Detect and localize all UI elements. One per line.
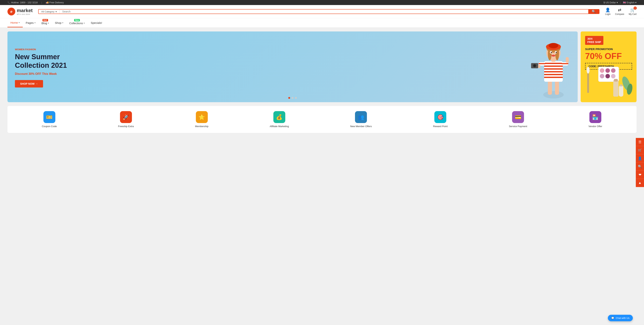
topbar-divider-1: | bbox=[41, 1, 42, 4]
side-banner: 30/4 FREE SHIP SUPER PROMOTION 70% OFF C… bbox=[581, 31, 636, 102]
search-bar: All Category ▾ 🔍 bbox=[38, 9, 600, 14]
nav-item-blog[interactable]: Hot! Blog ▾ bbox=[38, 18, 52, 27]
cart-label: My Cart bbox=[629, 13, 636, 15]
compare-icon: ⇄ bbox=[618, 8, 621, 12]
feature-freeship-extra[interactable]: 🚀 Freeship Extra bbox=[118, 111, 134, 128]
svg-rect-6 bbox=[544, 68, 563, 70]
search-category-dropdown[interactable]: All Category ▾ bbox=[38, 9, 60, 13]
nav-pages-label: Pages bbox=[26, 21, 34, 24]
login-icon: 👤 bbox=[605, 8, 610, 12]
svg-point-34 bbox=[611, 68, 616, 73]
nav-item-collections[interactable]: New Collections ▾ bbox=[66, 18, 88, 27]
currency-chevron: ▾ bbox=[616, 1, 618, 4]
logo[interactable]: e market all in one store bbox=[8, 8, 32, 15]
banner-content: WOMEN FASHION New Summer Collection 2021… bbox=[15, 48, 67, 87]
search-button[interactable]: 🔍 bbox=[588, 9, 599, 13]
super-promo-label: SUPER PROMOTION bbox=[585, 47, 632, 51]
topbar-left: 📞 Hotline: 1800 - 132 3218 | 🚚 Free Deli… bbox=[8, 1, 64, 4]
search-input[interactable] bbox=[60, 9, 588, 13]
svg-rect-5 bbox=[544, 65, 563, 67]
nav-home-label: Home bbox=[10, 21, 18, 24]
banner-dot-1[interactable] bbox=[288, 97, 290, 99]
blog-hot-badge: Hot! bbox=[42, 19, 48, 21]
svg-point-0 bbox=[543, 91, 564, 98]
features-section: 🎫 Coupon Code 🚀 Freeship Extra ⭐ Members… bbox=[8, 106, 636, 133]
feature-membership[interactable]: ⭐ Membership bbox=[195, 111, 208, 128]
hotline-label: Hotline: 1800 - 132 3218 bbox=[11, 1, 38, 4]
nav-pages-chevron: ▾ bbox=[34, 21, 36, 24]
banner-category: WOMEN FASHION bbox=[15, 48, 67, 51]
side-products bbox=[581, 65, 636, 102]
banner-discount: Discount 30% OFF This Week bbox=[15, 72, 67, 76]
vendor-offer-icon: 🏪 bbox=[590, 111, 601, 123]
currency-selector[interactable]: $ US Dollar ▾ bbox=[604, 1, 618, 4]
hotline-info: 📞 Hotline: 1800 - 132 3218 bbox=[8, 1, 38, 4]
banner-dot-2[interactable] bbox=[292, 97, 294, 99]
nav-item-specials[interactable]: Specials! bbox=[88, 19, 105, 27]
cart-button[interactable]: 🛒 0 My Cart bbox=[629, 8, 636, 15]
new-member-offers-label: New Member Offers bbox=[350, 125, 372, 128]
nav-collections-chevron: ▾ bbox=[84, 22, 85, 24]
freeship-extra-label: Freeship Extra bbox=[118, 125, 134, 128]
feature-coupon-code[interactable]: 🎫 Coupon Code bbox=[42, 111, 57, 128]
svg-point-33 bbox=[606, 68, 610, 73]
nav-item-shop[interactable]: Shop ▾ bbox=[52, 19, 66, 27]
language-selector[interactable]: 🇬🇧 English ▾ bbox=[623, 1, 636, 4]
nav-shop-label: Shop bbox=[55, 21, 62, 24]
cosmetics-svg bbox=[584, 65, 634, 100]
svg-rect-15 bbox=[566, 57, 569, 63]
banner-dot-3[interactable] bbox=[295, 97, 297, 99]
banner-dots bbox=[288, 97, 297, 99]
cart-badge: 0 bbox=[634, 6, 637, 10]
topbar-right: $ US Dollar ▾ | 🇬🇧 English ▾ bbox=[604, 1, 636, 4]
freeship-extra-icon: 🚀 bbox=[120, 111, 132, 123]
feature-vendor-offer[interactable]: 🏪 Vendor Offer bbox=[588, 111, 602, 128]
coupon-code-icon: 🎫 bbox=[44, 111, 55, 123]
svg-point-30 bbox=[552, 55, 555, 57]
svg-rect-8 bbox=[544, 74, 563, 75]
login-button[interactable]: 👤 Login bbox=[605, 8, 610, 15]
svg-rect-38 bbox=[587, 70, 589, 93]
logo-text: market all in one store bbox=[17, 8, 32, 15]
feature-new-member-offers[interactable]: 👥 New Member Offers bbox=[350, 111, 372, 128]
affiliate-marketing-icon: 💰 bbox=[273, 111, 285, 123]
nav-blog-chevron: ▾ bbox=[48, 22, 49, 24]
banner-model bbox=[264, 31, 578, 102]
main-banner: WOMEN FASHION New Summer Collection 2021… bbox=[8, 31, 578, 102]
service-payment-icon: 💳 bbox=[512, 111, 524, 123]
nav-specials-label: Specials! bbox=[91, 21, 102, 24]
nav-blog-label: Blog bbox=[42, 21, 47, 25]
nav-item-home[interactable]: Home ▾ bbox=[8, 18, 23, 27]
svg-rect-44 bbox=[619, 85, 623, 97]
nav-home-chevron: ▾ bbox=[19, 21, 20, 24]
svg-rect-2 bbox=[555, 80, 559, 95]
nav-item-pages[interactable]: Pages ▾ bbox=[23, 19, 38, 27]
reward-point-icon: 🎯 bbox=[434, 111, 446, 123]
header-actions: 👤 Login ⇄ Compare 🛒 0 My Cart bbox=[605, 8, 636, 15]
svg-rect-41 bbox=[614, 79, 618, 81]
svg-point-29 bbox=[556, 52, 557, 53]
shop-now-button[interactable]: SHOP NOW → bbox=[15, 80, 43, 87]
svg-rect-40 bbox=[613, 80, 618, 97]
affiliate-marketing-label: Affiliate Marketing bbox=[270, 125, 289, 128]
model-svg bbox=[529, 35, 578, 98]
off-text: 70% OFF bbox=[585, 52, 632, 60]
svg-point-39 bbox=[586, 67, 590, 73]
compare-button[interactable]: ⇄ Compare bbox=[615, 8, 624, 15]
search-icon: 🔍 bbox=[592, 10, 596, 13]
feature-reward-point[interactable]: 🎯 Reward Point bbox=[433, 111, 448, 128]
cart-icon: 🛒 0 bbox=[630, 8, 635, 12]
coupon-code-label: Coupon Code bbox=[42, 125, 57, 128]
feature-service-payment[interactable]: 💳 Service Payment bbox=[509, 111, 527, 128]
svg-point-35 bbox=[600, 74, 604, 78]
feature-affiliate-marketing[interactable]: 💰 Affiliate Marketing bbox=[270, 111, 289, 128]
search-category-chevron: ▾ bbox=[56, 10, 57, 13]
hotline-icon: 📞 bbox=[8, 1, 10, 4]
vendor-offer-label: Vendor Offer bbox=[588, 125, 602, 128]
banner-title: New Summer Collection 2021 bbox=[15, 53, 67, 70]
logo-brand: market bbox=[17, 8, 32, 13]
language-chevron: ▾ bbox=[635, 1, 636, 4]
reward-point-label: Reward Point bbox=[433, 125, 448, 128]
svg-rect-1 bbox=[548, 80, 552, 95]
svg-point-25 bbox=[548, 43, 558, 48]
